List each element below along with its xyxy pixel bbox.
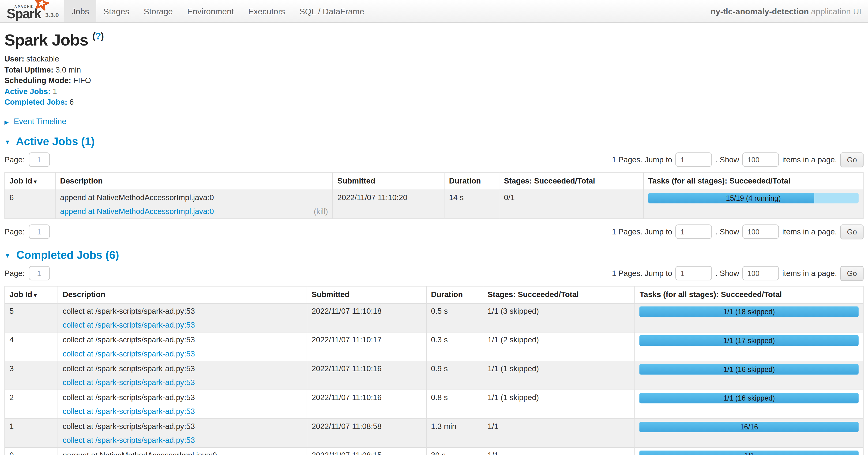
col-duration[interactable]: Duration	[426, 286, 483, 303]
application-suffix: application UI	[811, 6, 862, 16]
job-tasks-cell: 16/16	[635, 418, 863, 447]
job-id-cell: 5	[5, 303, 58, 332]
navbar: APACHE Spark 3.3.0 Jobs Stages Storage E…	[0, 0, 868, 23]
task-progress-bar: 1/1 (16 skipped)	[640, 393, 859, 403]
expanded-arrow-icon: ▼	[4, 138, 10, 145]
col-description[interactable]: Description	[58, 286, 307, 303]
spark-star-icon	[34, 0, 49, 12]
col-tasks[interactable]: Tasks (for all stages): Succeeded/Total	[635, 286, 863, 303]
job-submitted-cell: 2022/11/07 11:10:16	[307, 390, 426, 418]
job-detail-link[interactable]: append at NativeMethodAccessorImpl.java:…	[60, 206, 214, 216]
job-duration-cell: 0.8 s	[426, 390, 483, 418]
task-progress-bar: 1/1	[640, 450, 859, 455]
jump-to-input[interactable]	[676, 224, 712, 239]
go-button[interactable]: Go	[840, 224, 864, 239]
pages-jump-text: 1 Pages. Jump to	[612, 227, 672, 236]
tab-executors[interactable]: Executors	[241, 0, 292, 22]
job-submitted-cell: 2022/11/07 11:10:17	[307, 332, 426, 361]
tab-sql-dataframe[interactable]: SQL / DataFrame	[292, 0, 372, 22]
job-description-cell: collect at /spark-scripts/spark-ad.py:53…	[58, 418, 307, 447]
job-submitted-cell: 2022/11/07 11:08:15	[307, 447, 426, 455]
tab-stages[interactable]: Stages	[96, 0, 137, 22]
job-duration-cell: 0.3 s	[426, 332, 483, 361]
job-stages-cell: 0/1	[499, 190, 644, 219]
kill-job-link[interactable]: (kill)	[314, 206, 328, 216]
job-detail-link[interactable]: collect at /spark-scripts/spark-ad.py:53	[63, 377, 195, 387]
jump-to-input[interactable]	[676, 152, 712, 167]
items-per-page-input[interactable]	[742, 266, 779, 280]
job-id-cell: 4	[5, 332, 58, 361]
completed-jobs-section-header[interactable]: ▼ Completed Jobs (6)	[4, 249, 864, 261]
job-detail-link[interactable]: collect at /spark-scripts/spark-ad.py:53	[63, 319, 195, 330]
job-duration-cell: 14 s	[444, 190, 499, 219]
pages-jump-text: 1 Pages. Jump to	[612, 269, 672, 278]
completed-jobs-pagination-top: Page: 1 Pages. Jump to . Show items in a…	[4, 266, 864, 281]
job-duration-cell: 1.3 min	[426, 418, 483, 447]
help-link: (?)	[92, 31, 103, 42]
application-title: ny-tlc-anomaly-detection application UI	[711, 0, 868, 22]
items-per-page-input[interactable]	[742, 224, 779, 239]
tab-jobs[interactable]: Jobs	[64, 0, 96, 22]
application-name: ny-tlc-anomaly-detection	[711, 6, 809, 16]
col-submitted[interactable]: Submitted	[307, 286, 426, 303]
items-text: items in a page.	[782, 269, 837, 278]
col-stages[interactable]: Stages: Succeeded/Total	[483, 286, 635, 303]
job-id-cell: 2	[5, 390, 58, 418]
show-text: . Show	[715, 269, 739, 278]
active-jobs-section-header[interactable]: ▼ Active Jobs (1)	[4, 135, 864, 148]
job-detail-link[interactable]: collect at /spark-scripts/spark-ad.py:53	[63, 435, 195, 445]
task-progress-bar: 1/1 (16 skipped)	[640, 364, 859, 374]
spark-brand[interactable]: APACHE Spark 3.3.0	[0, 0, 64, 22]
job-stages-cell: 1/1 (1 skipped)	[483, 361, 635, 390]
active-jobs-pagination-top: Page: 1 Pages. Jump to . Show items in a…	[4, 152, 864, 167]
completed-jobs-table: Job Id▾ Description Submitted Duration S…	[4, 286, 864, 455]
help-question-link[interactable]: ?	[95, 31, 100, 42]
items-per-page-input[interactable]	[742, 152, 779, 167]
job-stages-cell: 1/1	[483, 418, 635, 447]
page-label: Page:	[4, 269, 25, 278]
collapsed-arrow-icon: ▶	[4, 119, 9, 125]
col-description[interactable]: Description	[55, 172, 333, 189]
summary-active-jobs: Active Jobs: 1	[4, 87, 864, 96]
page-number-input[interactable]	[29, 224, 50, 239]
table-row: 1 collect at /spark-scripts/spark-ad.py:…	[5, 418, 863, 447]
go-button[interactable]: Go	[840, 152, 864, 167]
spark-version: 3.3.0	[45, 12, 59, 18]
go-button[interactable]: Go	[840, 266, 864, 281]
table-row: 6 append at NativeMethodAccessorImpl.jav…	[5, 190, 863, 219]
job-detail-link[interactable]: collect at /spark-scripts/spark-ad.py:53	[63, 348, 195, 358]
completed-jobs-link[interactable]: Completed Jobs:	[4, 97, 67, 107]
col-tasks[interactable]: Tasks (for all stages): Succeeded/Total	[644, 172, 863, 189]
active-jobs-link[interactable]: Active Jobs:	[4, 87, 51, 96]
col-submitted[interactable]: Submitted	[333, 172, 444, 189]
table-row: 5 collect at /spark-scripts/spark-ad.py:…	[5, 303, 863, 332]
job-stages-cell: 1/1 (3 skipped)	[483, 303, 635, 332]
job-detail-link[interactable]: collect at /spark-scripts/spark-ad.py:53	[63, 406, 195, 416]
col-duration[interactable]: Duration	[444, 172, 499, 189]
job-tasks-cell: 1/1	[635, 447, 863, 455]
col-stages[interactable]: Stages: Succeeded/Total	[499, 172, 644, 189]
items-text: items in a page.	[782, 155, 837, 164]
job-tasks-cell: 15/19 (4 running)	[644, 190, 863, 219]
spark-ui-page: APACHE Spark 3.3.0 Jobs Stages Storage E…	[0, 0, 868, 455]
page-number-input[interactable]	[29, 266, 50, 280]
table-row: 3 collect at /spark-scripts/spark-ad.py:…	[5, 361, 863, 390]
jump-to-input[interactable]	[676, 266, 712, 280]
col-job-id[interactable]: Job Id▾	[5, 286, 58, 303]
tab-storage[interactable]: Storage	[136, 0, 180, 22]
tab-environment[interactable]: Environment	[180, 0, 241, 22]
page-number-input[interactable]	[29, 152, 50, 167]
job-submitted-cell: 2022/11/07 11:08:58	[307, 418, 426, 447]
event-timeline-toggle[interactable]: ▶ Event Timeline	[4, 117, 864, 125]
pages-jump-text: 1 Pages. Jump to	[612, 155, 672, 164]
task-progress-bar: 16/16	[640, 422, 859, 432]
job-stages-cell: 1/1 (2 skipped)	[483, 332, 635, 361]
page-label: Page:	[4, 227, 25, 236]
col-job-id[interactable]: Job Id▾	[5, 172, 55, 189]
job-id-cell: 6	[5, 190, 55, 219]
table-header-row: Job Id▾ Description Submitted Duration S…	[5, 172, 863, 189]
job-duration-cell: 39 s	[426, 447, 483, 455]
job-description-cell: collect at /spark-scripts/spark-ad.py:53…	[58, 390, 307, 418]
job-stages-cell: 1/1	[483, 447, 635, 455]
job-tasks-cell: 1/1 (18 skipped)	[635, 303, 863, 332]
